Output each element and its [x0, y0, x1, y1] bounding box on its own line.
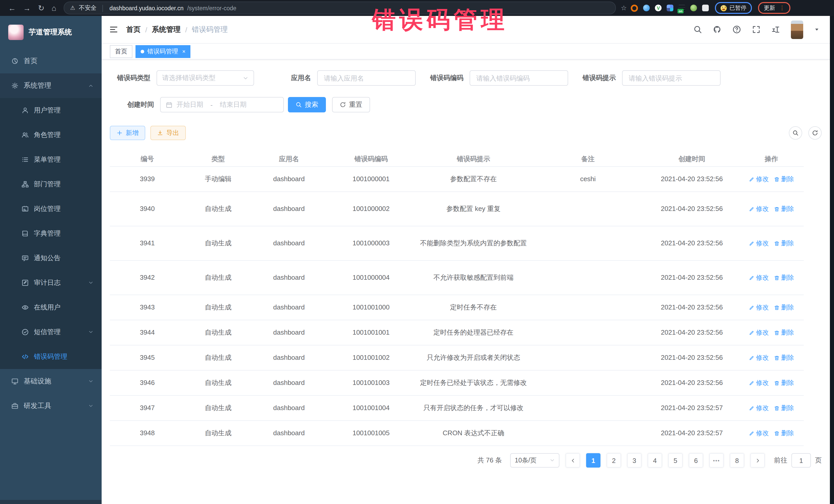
- delete-button[interactable]: 删除: [774, 204, 794, 214]
- next-page-button[interactable]: [750, 453, 765, 467]
- search-button[interactable]: 搜索: [288, 97, 326, 112]
- extension-paused-pill[interactable]: 已暂停: [715, 2, 752, 14]
- sidebar-item-error-code-mgmt[interactable]: 错误码管理: [0, 344, 102, 369]
- export-button[interactable]: 导出: [150, 126, 186, 140]
- browser-nav-buttons: ←→↻⌂: [0, 4, 63, 12]
- delete-button[interactable]: 删除: [774, 273, 794, 283]
- sidebar-item-notice[interactable]: 通知公告: [0, 246, 102, 270]
- ext-gem-icon[interactable]: [643, 5, 650, 11]
- delete-button[interactable]: 删除: [774, 238, 794, 248]
- edit-button[interactable]: 修改: [749, 328, 769, 337]
- edit-button[interactable]: 修改: [749, 303, 769, 312]
- browser-menu-dots-icon[interactable]: ⋮: [780, 5, 785, 11]
- user-avatar[interactable]: [791, 20, 803, 39]
- date-range-picker[interactable]: 开始日期 - 结束日期: [160, 97, 284, 112]
- infra-icon: [11, 378, 19, 385]
- prev-page-button[interactable]: [566, 453, 580, 467]
- ext-list-on-icon[interactable]: on: [679, 5, 685, 11]
- delete-button[interactable]: 删除: [774, 403, 794, 413]
- page-button-1[interactable]: 1: [586, 453, 600, 467]
- app-logo-row[interactable]: 芋道管理系统: [0, 16, 102, 49]
- page-button-3[interactable]: 3: [627, 453, 641, 467]
- edit-button[interactable]: 修改: [749, 273, 769, 283]
- back-icon[interactable]: ←: [8, 4, 16, 12]
- github-icon[interactable]: [713, 25, 722, 34]
- pie-icon: [11, 58, 19, 65]
- page-button-4[interactable]: 4: [648, 453, 662, 467]
- search-icon[interactable]: [694, 25, 702, 34]
- page-button-2[interactable]: 2: [607, 453, 621, 467]
- page-button-5[interactable]: 5: [668, 453, 683, 467]
- cell-type: 自动生成: [185, 403, 251, 413]
- sidebar-item-dev-tools[interactable]: 研发工具: [0, 394, 102, 418]
- error-code-type-select[interactable]: 请选择错误码类型: [156, 70, 254, 86]
- ext-shield-v-icon[interactable]: V: [655, 5, 662, 11]
- sidebar-item-label: 字典管理: [34, 229, 61, 238]
- tag-close-icon[interactable]: ×: [182, 48, 185, 54]
- forward-icon[interactable]: →: [23, 4, 31, 12]
- address-bar[interactable]: ⚠ 不安全 │ dashboard.yudao.iocoder.cn/syste…: [63, 2, 616, 14]
- tag-item[interactable]: 首页: [110, 45, 132, 58]
- edit-button[interactable]: 修改: [749, 403, 769, 413]
- edit-button[interactable]: 修改: [749, 378, 769, 388]
- hamburger-icon[interactable]: [109, 25, 118, 34]
- fontsize-icon[interactable]: [771, 25, 780, 34]
- add-button[interactable]: 新增: [110, 126, 145, 140]
- reset-button[interactable]: 重置: [332, 97, 370, 112]
- pen-icon: [749, 330, 754, 335]
- tag-active[interactable]: 错误码管理×: [135, 45, 191, 58]
- edit-button[interactable]: 修改: [749, 238, 769, 248]
- goto-page-input[interactable]: [791, 453, 811, 467]
- sidebar-item-menu-mgmt[interactable]: 菜单管理: [0, 147, 102, 172]
- page-size-select[interactable]: 10条/页: [510, 453, 559, 467]
- edit-button[interactable]: 修改: [749, 428, 769, 438]
- refresh-table-button[interactable]: [808, 126, 822, 139]
- caret-down-icon[interactable]: [814, 27, 820, 32]
- delete-button[interactable]: 删除: [774, 353, 794, 363]
- edit-button[interactable]: 修改: [749, 174, 769, 184]
- more-pages-button[interactable]: •••: [709, 453, 724, 467]
- delete-button[interactable]: 删除: [774, 428, 794, 438]
- delete-button[interactable]: 删除: [774, 174, 794, 184]
- error-code-input[interactable]: [469, 70, 568, 86]
- fullscreen-icon[interactable]: [752, 25, 761, 34]
- sidebar-item-home[interactable]: 首页: [0, 49, 102, 73]
- delete-button[interactable]: 删除: [774, 378, 794, 388]
- error-hint-input[interactable]: [622, 70, 721, 86]
- edit-button[interactable]: 修改: [749, 204, 769, 214]
- delete-button[interactable]: 删除: [774, 303, 794, 312]
- sidebar-item-user-mgmt[interactable]: 用户管理: [0, 98, 102, 123]
- page-button-8[interactable]: 8: [730, 453, 744, 467]
- sidebar-item-label: 基础设施: [24, 377, 51, 386]
- ext-grid-icon[interactable]: [667, 5, 674, 11]
- home-icon[interactable]: ⌂: [51, 4, 56, 12]
- sidebar-item-post-mgmt[interactable]: 岗位管理: [0, 197, 102, 221]
- bookmark-star-icon[interactable]: ☆: [621, 4, 627, 12]
- breadcrumb-item[interactable]: 系统管理: [152, 25, 181, 34]
- sidebar-item-dept-mgmt[interactable]: 部门管理: [0, 172, 102, 197]
- sidebar-item-role-mgmt[interactable]: 角色管理: [0, 123, 102, 147]
- ext-puzzle-icon[interactable]: [702, 5, 709, 11]
- toggle-search-button[interactable]: [789, 126, 802, 139]
- cell-time: 2021-04-20 23:52:57: [644, 428, 739, 438]
- sidebar-item-sms-mgmt[interactable]: 短信管理: [0, 320, 102, 344]
- column-header: 备注: [531, 154, 644, 164]
- sidebar-item-system[interactable]: 系统管理: [0, 73, 102, 98]
- breadcrumb-item[interactable]: 首页: [126, 25, 140, 34]
- edit-button[interactable]: 修改: [749, 353, 769, 363]
- sidebar-item-audit-log[interactable]: 审计日志: [0, 270, 102, 295]
- browser-update-button[interactable]: 更新 ⋮: [758, 2, 791, 14]
- ext-key-icon[interactable]: [690, 5, 697, 11]
- reload-icon[interactable]: ↻: [38, 4, 44, 12]
- page-button-6[interactable]: 6: [689, 453, 703, 467]
- ext-target-icon[interactable]: [631, 4, 638, 12]
- question-icon[interactable]: [732, 25, 741, 34]
- app-name-input[interactable]: [317, 70, 416, 86]
- cell-id: 3947: [110, 403, 185, 413]
- sidebar-item-infra[interactable]: 基础设施: [0, 369, 102, 394]
- cell-actions: 修改删除: [739, 238, 804, 248]
- delete-button[interactable]: 删除: [774, 328, 794, 337]
- sidebar-item-label: 系统管理: [24, 81, 51, 90]
- sidebar-item-dict-mgmt[interactable]: 字典管理: [0, 221, 102, 246]
- sidebar-item-online-users[interactable]: 在线用户: [0, 295, 102, 320]
